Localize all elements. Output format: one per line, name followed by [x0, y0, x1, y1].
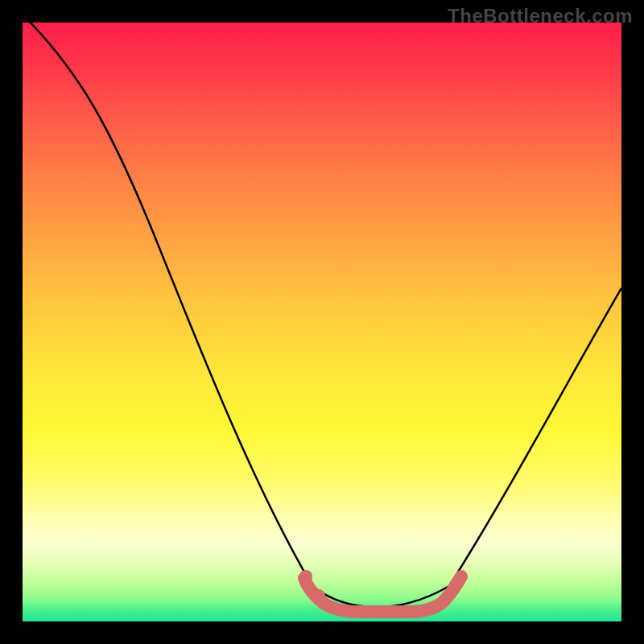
- plot-area: [23, 23, 621, 621]
- bottleneck-curve: [23, 23, 621, 607]
- figure-container: TheBottleneck.com: [0, 0, 644, 644]
- optimal-zone-dot: [299, 570, 312, 583]
- optimal-zone-band: [304, 576, 461, 612]
- optimal-zone-dot: [312, 589, 325, 602]
- watermark-text: TheBottleneck.com: [448, 5, 633, 27]
- curve-overlay: [23, 23, 621, 621]
